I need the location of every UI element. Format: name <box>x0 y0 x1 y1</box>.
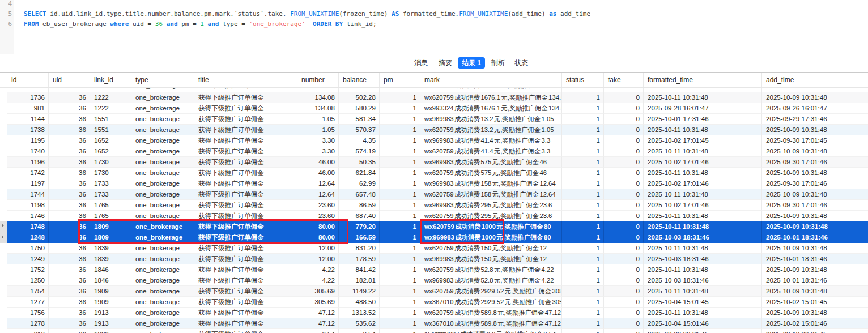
cell-number[interactable]: 1.05 <box>297 114 339 125</box>
cell-link_id[interactable]: 1218 <box>90 88 131 92</box>
cell-mark[interactable]: wx969983成功消费13.2元,奖励推广佣金1.05 <box>420 114 562 125</box>
cell-pm[interactable]: 1 <box>380 189 420 200</box>
cell-type[interactable]: one_brokerage <box>131 243 194 254</box>
cell-link_id[interactable]: 1839 <box>90 254 131 264</box>
cell-id[interactable]: 1742 <box>7 168 49 178</box>
cell-formatted_time[interactable]: 2025-10-11 10:31:48 <box>644 264 762 275</box>
cell-title[interactable]: 获得下级推广订单佣金 <box>194 286 297 297</box>
cell-type[interactable]: one_brokerage <box>131 135 194 146</box>
row-gutter-cell[interactable] <box>0 286 7 297</box>
table-row[interactable]: 1740361652one_brokerage获得下级推广订单佣金3.30574… <box>0 146 868 157</box>
cell-formatted_time[interactable]: 2025-10-11 10:31:48 <box>644 243 762 254</box>
cell-formatted_time[interactable]: 2025-10-02 17:01:46 <box>644 200 762 211</box>
cell-id[interactable]: 1754 <box>7 286 49 297</box>
cell-mark[interactable]: wx620759成功消费150元,奖励推广佣金12 <box>420 243 562 254</box>
cell-formatted_time[interactable]: 2025-10-11 10:31:48 <box>644 308 762 318</box>
table-row[interactable]: 1754361909one_brokerage获得下级推广订单佣金305.691… <box>0 286 868 297</box>
cell-status[interactable]: 1 <box>562 264 604 275</box>
cell-status[interactable]: 1 <box>562 135 604 146</box>
cell-id[interactable]: 910 <box>7 329 49 333</box>
cell-type[interactable]: one_brokerage <box>131 114 194 125</box>
cell-add_time[interactable]: 2025-10-09 10:31:48 <box>762 92 868 103</box>
row-gutter-cell[interactable] <box>0 275 7 286</box>
cell-take[interactable]: 0 <box>604 308 644 318</box>
cell-type[interactable]: one_brokerage <box>131 308 194 318</box>
cell-formatted_time[interactable]: 2025-10-03 18:31:46 <box>644 232 762 243</box>
cell-number[interactable]: 134.08 <box>297 92 339 103</box>
cell-balance[interactable]: 0.54 <box>339 329 380 333</box>
table-row[interactable]: 1198361765one_brokerage获得下级推广订单佣金23.6086… <box>0 200 868 211</box>
cell-id[interactable]: 1736 <box>7 92 49 103</box>
cell-type[interactable]: one_brokerage <box>131 200 194 211</box>
cell-mark[interactable]: wx969983成功消费575元,奖励推广佣金46 <box>420 157 562 168</box>
cell-uid[interactable]: 36 <box>49 146 90 157</box>
cell-balance[interactable]: 570.37 <box>339 125 380 135</box>
cell-link_id[interactable]: 1551 <box>90 125 131 135</box>
cell-pm[interactable]: 1 <box>380 168 420 178</box>
cell-number[interactable]: 134.08 <box>297 103 339 114</box>
cell-id[interactable]: 1277 <box>7 297 49 308</box>
cell-take[interactable]: 0 <box>604 88 644 92</box>
row-gutter-cell[interactable] <box>0 329 7 333</box>
row-gutter-cell[interactable] <box>0 125 7 135</box>
row-gutter-cell[interactable] <box>0 114 7 125</box>
cell-balance[interactable]: 62.99 <box>339 178 380 189</box>
cell-uid[interactable]: 36 <box>49 264 90 275</box>
cell-link_id[interactable]: 1913 <box>90 308 131 318</box>
cell-take[interactable]: 0 <box>604 211 644 221</box>
cell-number[interactable]: 134.08 <box>297 88 339 92</box>
cell-id[interactable]: 1744 <box>7 189 49 200</box>
cell-take[interactable]: 0 <box>604 200 644 211</box>
cell-add_time[interactable]: 2025-10-02 15:01:46 <box>762 318 868 329</box>
cell-take[interactable]: 0 <box>604 168 644 178</box>
cell-pm[interactable]: 1 <box>380 286 420 297</box>
column-header-mark[interactable]: mark <box>420 73 562 87</box>
cell-status[interactable]: 1 <box>562 178 604 189</box>
cell-add_time[interactable]: 2025-10-09 10:31:48 <box>762 146 868 157</box>
cell-title[interactable]: 获得下级推广订单佣金 <box>194 275 297 286</box>
cell-mark[interactable]: wx969983成功消费295元,奖励推广佣金23.6 <box>420 200 562 211</box>
cell-add_time[interactable]: 2025-09-26 16:01:47 <box>762 88 868 92</box>
tab-result-1[interactable]: 结果 1 <box>458 57 485 69</box>
cell-pm[interactable]: 1 <box>380 318 420 329</box>
cell-type[interactable]: one_brokerage <box>131 157 194 168</box>
cell-add_time[interactable]: 2025-10-09 10:31:48 <box>762 264 868 275</box>
grid-body[interactable]: 1734361218one_brokerage获得下级推广订单佣金134.083… <box>0 88 868 333</box>
cell-balance[interactable]: 574.19 <box>339 146 380 157</box>
cell-uid[interactable]: 36 <box>49 200 90 211</box>
table-row[interactable]: 1144361551one_brokerage获得下级推广订单佣金1.05581… <box>0 114 868 125</box>
cell-title[interactable]: 获得下级推广订单佣金 <box>194 146 297 157</box>
cell-pm[interactable]: 1 <box>380 200 420 211</box>
cell-link_id[interactable]: 1652 <box>90 135 131 146</box>
cell-uid[interactable]: 36 <box>49 189 90 200</box>
cell-link_id[interactable]: 1730 <box>90 168 131 178</box>
cell-number[interactable]: 46.00 <box>297 168 339 178</box>
row-gutter-cell[interactable] <box>0 211 7 221</box>
cell-type[interactable]: one_brokerage <box>131 125 194 135</box>
cell-take[interactable]: 0 <box>604 264 644 275</box>
row-gutter-cell[interactable] <box>0 318 7 329</box>
cell-balance[interactable]: 581.34 <box>339 114 380 125</box>
table-row[interactable]: 1195361652one_brokerage获得下级推广订单佣金3.304.3… <box>0 135 868 146</box>
cell-formatted_time[interactable]: 2025-10-04 15:01:45 <box>644 297 762 308</box>
cell-status[interactable]: 1 <box>562 232 604 243</box>
cell-title[interactable]: 获得下级推广订单佣金 <box>194 103 297 114</box>
cell-number[interactable]: 4.22 <box>297 275 339 286</box>
row-gutter-cell[interactable] <box>0 308 7 318</box>
cell-take[interactable]: 0 <box>604 286 644 297</box>
cell-number[interactable]: 12.64 <box>297 178 339 189</box>
cell-add_time[interactable]: 2025-10-09 10:31:48 <box>762 189 868 200</box>
cell-uid[interactable]: 36 <box>49 286 90 297</box>
row-gutter-cell[interactable] <box>0 135 7 146</box>
cell-take[interactable]: 0 <box>604 146 644 157</box>
cell-link_id[interactable]: 1733 <box>90 178 131 189</box>
cell-mark[interactable]: wx620759成功消费589.8元,奖励推广佣金47.12 <box>420 308 562 318</box>
cell-status[interactable]: 1 <box>562 88 604 92</box>
cell-title[interactable]: 获得下级推广订单佣金 <box>194 200 297 211</box>
cell-take[interactable]: 0 <box>604 114 644 125</box>
table-row[interactable]: 1196361730one_brokerage获得下级推广订单佣金46.0050… <box>0 157 868 168</box>
cell-take[interactable]: 0 <box>604 189 644 200</box>
cell-id[interactable]: 1197 <box>7 178 49 189</box>
cell-uid[interactable]: 36 <box>49 275 90 286</box>
cell-number[interactable]: 12.00 <box>297 243 339 254</box>
